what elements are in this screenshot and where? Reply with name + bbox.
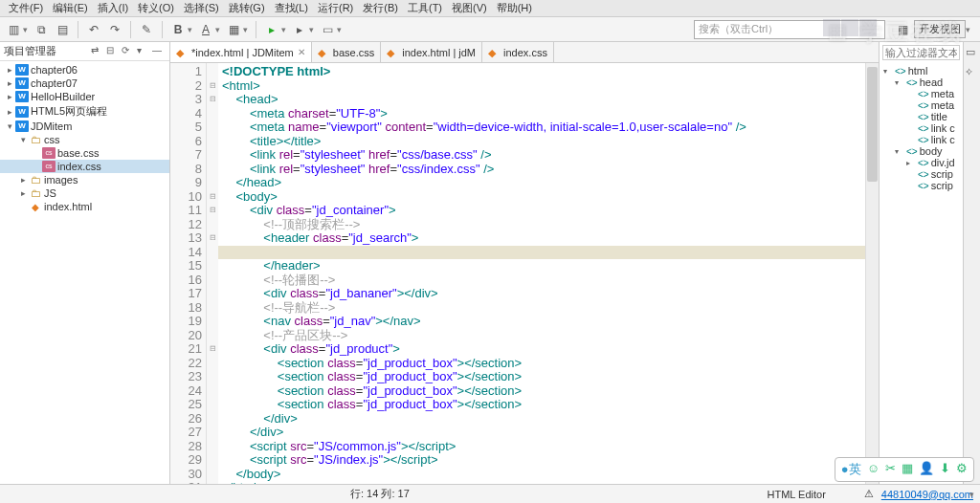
code-editor[interactable]: 1234567891011121314151617181920212223242… <box>170 63 879 484</box>
minimize-icon[interactable]: — <box>152 45 166 58</box>
account-email-link[interactable]: 44810049@qq.com <box>881 489 973 500</box>
alert-icon[interactable]: ⚠ <box>864 488 874 500</box>
outline-item[interactable]: <>scrip <box>881 180 961 191</box>
menu-item[interactable]: 工具(T) <box>403 1 447 15</box>
menu-item[interactable]: 编辑(E) <box>48 1 93 15</box>
close-icon[interactable]: ✕ <box>298 47 305 57</box>
outline-item[interactable]: ▾<>body <box>881 145 961 157</box>
ime-scissors-icon[interactable]: ✂ <box>885 461 896 478</box>
menu-icon[interactable]: ▾ <box>137 45 150 58</box>
fold-icon: 🗀 <box>29 134 42 145</box>
outline-tag-icon[interactable]: ⟡ <box>966 65 979 78</box>
save-icon[interactable]: ▤ <box>55 22 70 37</box>
outline-item[interactable]: <>meta <box>881 88 961 99</box>
open-icon[interactable]: ⧉ <box>33 22 49 37</box>
editor-tab[interactable]: ◆index.css <box>482 42 554 62</box>
outline-label: div.jd <box>931 157 955 168</box>
run-icon[interactable]: ▸ <box>264 22 279 37</box>
tree-item-label: index.css <box>57 161 101 172</box>
tree-item-label: HelloHBuilder <box>31 91 95 102</box>
menu-item[interactable]: 发行(B) <box>358 1 403 15</box>
palette-icon[interactable]: ▦ <box>226 22 241 37</box>
tag-icon: <> <box>918 181 929 191</box>
outline-item[interactable]: ▸<>div.jd <box>881 157 961 168</box>
w-icon: W <box>15 64 29 76</box>
redo-icon[interactable]: ↷ <box>107 22 122 37</box>
outline-item[interactable]: <>meta <box>881 99 961 111</box>
tree-item[interactable]: ▸Wchapter07 <box>0 77 169 90</box>
tree-item[interactable]: csindex.css <box>0 160 169 173</box>
outline-item[interactable]: ▾<>head <box>881 77 961 88</box>
tree-item[interactable]: ▾WJDMitem <box>0 120 169 133</box>
sync-icon[interactable]: ⟳ <box>122 45 135 58</box>
menu-item[interactable]: 转义(O) <box>133 1 179 15</box>
status-bar: 行: 14 列: 17 HTML Editor ⚠ 44810049@qq.co… <box>0 484 980 503</box>
new-icon[interactable]: ▥ <box>6 22 21 37</box>
outline-item[interactable]: <>scrip <box>881 168 961 180</box>
menu-item[interactable]: 插入(I) <box>93 1 133 15</box>
menu-item[interactable]: 查找(L) <box>270 1 313 15</box>
editor-tab[interactable]: ◆*index.html | JDMitem✕ <box>170 42 312 62</box>
tree-item[interactable]: ▾🗀css <box>0 133 169 146</box>
code-content[interactable]: <!DOCTYPE html><html> <head> <meta chars… <box>218 63 865 484</box>
debug-icon[interactable]: ▸ <box>292 22 307 37</box>
css-icon: cs <box>42 161 56 172</box>
outline-panel: ▾<>html▾<>head<>meta<>meta<>title<>link … <box>879 42 963 484</box>
file-icon: ◆ <box>318 47 329 58</box>
menu-item[interactable]: 视图(V) <box>447 1 492 15</box>
menu-item[interactable]: 文件(F) <box>4 1 48 15</box>
tree-item[interactable]: ◆index.html <box>0 200 169 213</box>
menu-item[interactable]: 选择(S) <box>179 1 224 15</box>
outline-label: html <box>908 65 928 77</box>
menu-item[interactable]: 运行(R) <box>313 1 358 15</box>
outline-label: meta <box>931 88 954 99</box>
device-icon[interactable]: ▭ <box>320 22 335 37</box>
tree-item[interactable]: ▸WHelloHBuilder <box>0 90 169 103</box>
outline-item[interactable]: ▾<>html <box>881 65 961 77</box>
ime-smile-icon[interactable]: ☺ <box>867 461 880 478</box>
perspective-button[interactable]: 开发视图 <box>914 20 966 38</box>
collapse-icon[interactable]: ⊟ <box>106 45 120 58</box>
outline-item[interactable]: <>title <box>881 111 961 122</box>
ime-person-icon[interactable]: 👤 <box>919 461 934 478</box>
tree-item[interactable]: ▸🗀JS <box>0 186 169 200</box>
w-icon: W <box>15 77 29 89</box>
fold-gutter[interactable]: ⊟⊟ ⊟⊟ ⊟ ⊟ <box>207 63 218 484</box>
menu-item[interactable]: 帮助(H) <box>492 1 537 15</box>
tree-item[interactable]: ▸🗀images <box>0 173 169 186</box>
tree-item-label: images <box>44 174 78 186</box>
w-icon: W <box>15 106 29 118</box>
tag-icon: <> <box>918 123 929 134</box>
paint-icon[interactable]: ✎ <box>139 22 154 37</box>
vertical-scrollbar[interactable] <box>865 63 879 484</box>
tree-item[interactable]: ▸Wchapter06 <box>0 63 169 77</box>
editor-mode: HTML Editor <box>767 489 825 500</box>
outline-tree[interactable]: ▾<>html▾<>head<>meta<>meta<>title<>link … <box>880 63 963 484</box>
editor-tab[interactable]: ◆index.html | jdM <box>381 42 482 62</box>
outline-item[interactable]: <>link c <box>881 134 961 145</box>
fold-icon: 🗀 <box>29 187 42 199</box>
tree-item[interactable]: ▸WHTML5网页编程 <box>0 103 169 120</box>
outline-filter-input[interactable] <box>882 45 960 60</box>
ime-set-icon[interactable]: ⚙ <box>956 461 968 478</box>
editor-tab[interactable]: ◆base.css <box>312 42 381 62</box>
tag-a-icon[interactable]: A <box>198 22 213 37</box>
ime-down-icon[interactable]: ⬇ <box>940 461 950 478</box>
file-icon: ◆ <box>488 47 500 58</box>
menu-item[interactable]: 跳转(G) <box>224 1 270 15</box>
tag-icon: <> <box>918 169 929 180</box>
tag-b-icon[interactable]: B <box>170 22 186 37</box>
undo-icon[interactable]: ↶ <box>86 22 101 37</box>
ime-img-icon[interactable]: ▦ <box>902 461 913 478</box>
tag-icon: <> <box>895 66 906 77</box>
link-editor-icon[interactable]: ⇄ <box>91 45 104 58</box>
tag-icon: <> <box>906 77 918 88</box>
tag-icon: <> <box>918 89 929 99</box>
tree-item[interactable]: csbase.css <box>0 146 169 160</box>
project-tree[interactable]: ▸Wchapter06▸Wchapter07▸WHelloHBuilder▸WH… <box>0 61 169 484</box>
outline-item[interactable]: <>link c <box>881 122 961 134</box>
outline-restore-icon[interactable]: ▭ <box>966 46 979 59</box>
perspective-icon[interactable]: ▦ <box>895 22 910 37</box>
fold-icon: 🗀 <box>29 174 42 186</box>
tree-item-label: chapter06 <box>31 64 78 76</box>
